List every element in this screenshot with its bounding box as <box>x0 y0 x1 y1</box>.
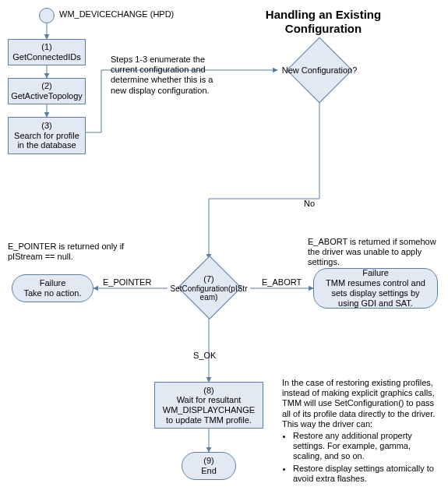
restore-note-intro: In the case of restoring existing profil… <box>282 378 435 429</box>
step-num: (1) <box>41 42 51 52</box>
step-label: End <box>201 466 217 476</box>
process-step-3: (3) Search for profile in the database <box>8 117 86 154</box>
decision-new-configuration: New Configuration? <box>277 39 362 101</box>
terminator-end: (9) End <box>182 452 236 480</box>
decision-num: (7) <box>203 274 213 284</box>
edge-label-sok: S_OK <box>193 351 216 360</box>
decision-setconfiguration: (7) SetConfiguration(pIStream) <box>164 254 254 323</box>
step-label: Wait for resultant WM_DISPLAYCHANGE to u… <box>158 395 259 425</box>
edge-label-no: No <box>304 199 315 208</box>
terminator-failure-right: Failure TMM resumes control and sets dis… <box>313 268 438 309</box>
step-label: Search for profile in the database <box>12 131 82 150</box>
edge-label-eabort: E_ABORT <box>262 277 302 287</box>
flowchart-canvas: Handling an Existing Configuration WM_DE… <box>0 0 448 494</box>
start-event-circle <box>39 8 55 23</box>
annotation-eabort-note: E_ABORT is returned if somehow the drive… <box>308 237 444 268</box>
annotation-epointer-note: E_POINTER is returned only if pIStream =… <box>8 242 140 262</box>
step-label: GetConnectedIDs <box>12 52 80 62</box>
process-step-2: (2) GetActiveTopology <box>8 78 86 104</box>
edge-label-epointer: E_POINTER <box>103 277 151 287</box>
step-num: (2) <box>41 81 51 91</box>
process-step-8: (8) Wait for resultant WM_DISPLAYCHANGE … <box>154 382 263 429</box>
step-label: GetActiveTopology <box>11 91 83 101</box>
diagram-title: Handling an Existing Configuration <box>245 8 401 36</box>
annotation-restore-note: In the case of restoring existing profil… <box>282 378 442 485</box>
terminator-label: Failure TMM resumes control and sets dis… <box>320 268 431 309</box>
restore-bullet-1: Restore any additional property settings… <box>293 431 442 462</box>
decision-label: SetConfiguration(pIStream) <box>170 284 248 302</box>
start-event-label: WM_DEVICECHANGE (HPD) <box>59 9 174 19</box>
terminator-label: Failure Take no action. <box>24 278 82 298</box>
step-num: (9) <box>203 456 213 466</box>
annotation-enum-note: Steps 1-3 enumerate the current configur… <box>111 55 228 96</box>
restore-bullet-2: Restore display settings atomically to a… <box>293 464 442 484</box>
step-num: (3) <box>41 121 51 131</box>
process-step-1: (1) GetConnectedIDs <box>8 39 86 65</box>
decision-label: New Configuration? <box>282 65 358 76</box>
step-num: (8) <box>203 386 213 396</box>
terminator-failure-left: Failure Take no action. <box>12 274 93 302</box>
